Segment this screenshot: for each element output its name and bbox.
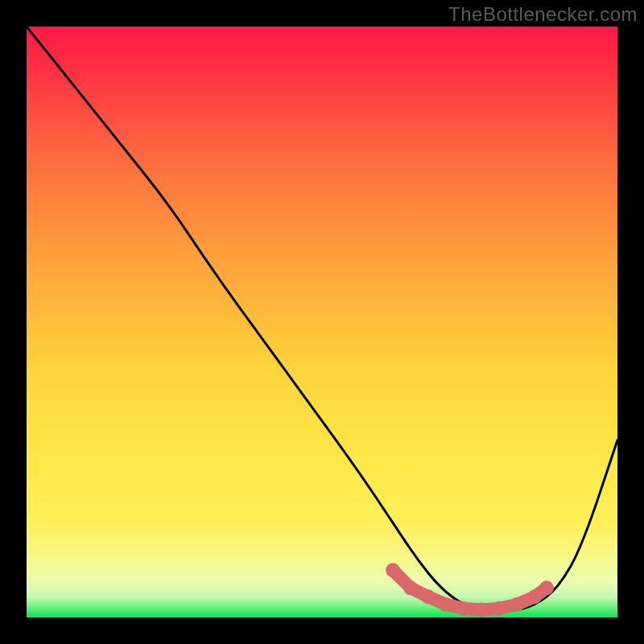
trough-marker-dot: [492, 601, 506, 616]
trough-marker-dot: [386, 563, 400, 577]
trough-marker-dot: [439, 597, 453, 612]
plot-area: [27, 27, 617, 617]
trough-marker-dot: [527, 589, 542, 604]
chart-container: TheBottlenecker.com: [0, 0, 644, 644]
trough-marker-dot: [403, 580, 418, 595]
trough-marker-dot: [421, 589, 436, 604]
watermark-text: TheBottlenecker.com: [448, 3, 638, 26]
trough-marker-dot: [456, 601, 471, 616]
trough-marker-dot: [474, 603, 489, 617]
gradient-backdrop: [27, 27, 617, 617]
trough-marker-dot: [510, 597, 524, 612]
trough-marker-dot: [539, 580, 554, 595]
chart-svg: [27, 27, 617, 617]
